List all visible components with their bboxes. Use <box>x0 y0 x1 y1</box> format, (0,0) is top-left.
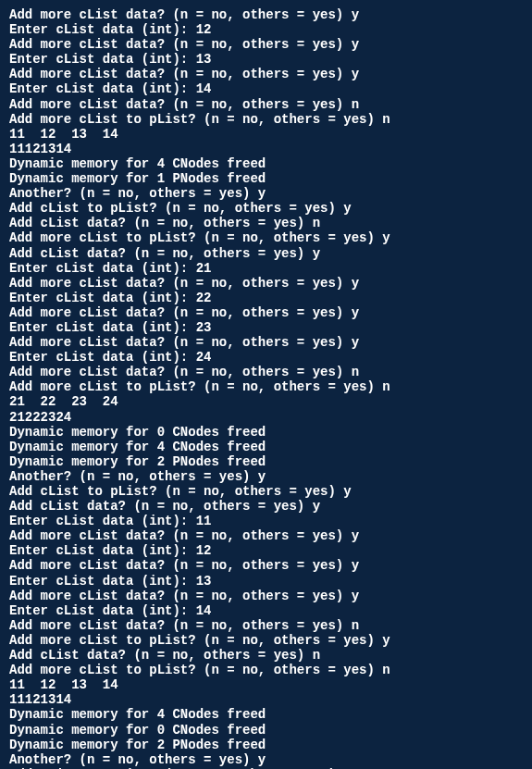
terminal-line: Dynamic memory for 2 PNodes freed <box>9 454 523 469</box>
terminal-line: Enter cList data (int): 12 <box>9 22 523 37</box>
terminal-line: Add more cList data? (n = no, others = y… <box>9 528 523 543</box>
terminal-line: Enter cList data (int): 14 <box>9 603 523 618</box>
terminal-line: Add more cList to pList? (n = no, others… <box>9 633 523 648</box>
terminal-line: Dynamic memory for 0 CNodes freed <box>9 425 523 440</box>
terminal-line: 11 12 13 14 <box>9 677 523 692</box>
terminal-line: Enter cList data (int): 24 <box>9 350 523 365</box>
terminal-line: Add more cList data? (n = no, others = y… <box>9 97 523 112</box>
terminal-line: Add cList to pList? (n = no, others = ye… <box>9 201 523 216</box>
terminal-line: Dynamic memory for 1 PNodes freed <box>9 171 523 186</box>
terminal-line: Enter cList data (int): 21 <box>9 261 523 276</box>
terminal-line: Add more cList data? (n = no, others = y… <box>9 276 523 291</box>
terminal-line: Add cList data? (n = no, others = yes) y <box>9 246 523 261</box>
terminal-line: Add more cList data? (n = no, others = y… <box>9 558 523 573</box>
terminal-line: Dynamic memory for 0 CNodes freed <box>9 723 523 738</box>
terminal-line: Dynamic memory for 4 CNodes freed <box>9 440 523 454</box>
terminal-line: Add cList data? (n = no, others = yes) n <box>9 216 523 230</box>
terminal-line: Add more cList to pList? (n = no, others… <box>9 112 523 127</box>
terminal-output[interactable]: Add more cList data? (n = no, others = y… <box>9 7 523 769</box>
terminal-line: Dynamic memory for 4 CNodes freed <box>9 707 523 722</box>
terminal-line: Enter cList data (int): 13 <box>9 574 523 589</box>
terminal-line: Add more cList data? (n = no, others = y… <box>9 305 523 320</box>
terminal-line: 21222324 <box>9 410 523 425</box>
terminal-line: Add more cList data? (n = no, others = y… <box>9 7 523 22</box>
terminal-line: Add more cList to pList? (n = no, others… <box>9 379 523 394</box>
terminal-line: 11121314 <box>9 692 523 707</box>
terminal-line: Add more cList to pList? (n = no, others… <box>9 230 523 245</box>
terminal-line: Dynamic memory for 4 CNodes freed <box>9 156 523 171</box>
terminal-line: 21 22 23 24 <box>9 394 523 409</box>
terminal-line: Add more cList data? (n = no, others = y… <box>9 618 523 633</box>
terminal-line: Add cList to pList? (n = no, others = ye… <box>9 484 523 499</box>
terminal-line: Enter cList data (int): 13 <box>9 52 523 67</box>
terminal-line: Another? (n = no, others = yes) y <box>9 186 523 201</box>
terminal-line: Add more cList data? (n = no, others = y… <box>9 335 523 350</box>
terminal-line: Enter cList data (int): 12 <box>9 543 523 558</box>
terminal-line: Enter cList data (int): 23 <box>9 320 523 335</box>
terminal-line: Add more cList data? (n = no, others = y… <box>9 589 523 603</box>
terminal-line: Add more cList data? (n = no, others = y… <box>9 67 523 81</box>
terminal-line: Add more cList data? (n = no, others = y… <box>9 365 523 379</box>
terminal-line: Add more cList data? (n = no, others = y… <box>9 37 523 52</box>
terminal-line: Enter cList data (int): 11 <box>9 514 523 528</box>
terminal-line: 11121314 <box>9 142 523 156</box>
terminal-line: Add cList data? (n = no, others = yes) y <box>9 499 523 514</box>
terminal-line: Enter cList data (int): 14 <box>9 81 523 96</box>
terminal-line: Enter cList data (int): 22 <box>9 291 523 305</box>
terminal-line: Add cList data? (n = no, others = yes) n <box>9 648 523 663</box>
terminal-line: Another? (n = no, others = yes) y <box>9 469 523 484</box>
terminal-line: Dynamic memory for 2 PNodes freed <box>9 738 523 752</box>
terminal-line: 11 12 13 14 <box>9 127 523 142</box>
terminal-line: Add more cList to pList? (n = no, others… <box>9 663 523 677</box>
terminal-line: Another? (n = no, others = yes) y <box>9 752 523 767</box>
